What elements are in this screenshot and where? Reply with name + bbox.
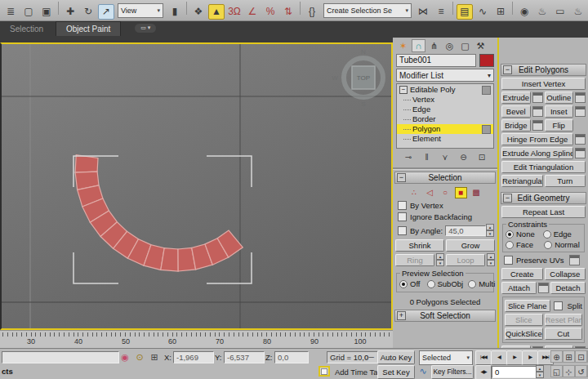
stack-row-border[interactable]: Border (397, 114, 493, 124)
key-mode-toggle-button[interactable]: ◀▶ (475, 365, 492, 379)
edit-polygons-rollout-header[interactable]: − Edit Polygons (501, 64, 586, 76)
select-and-rotate-icon[interactable]: ↻ (80, 4, 96, 20)
pan-button[interactable]: ⊹ (563, 365, 575, 377)
spinner-snap-icon[interactable]: ⇅ (280, 4, 296, 20)
loop-button[interactable]: Loop (446, 254, 485, 266)
tab-selection[interactable]: Selection (0, 22, 53, 36)
render-setup-icon[interactable]: ♨ (534, 4, 550, 20)
inset-button[interactable]: Inset (545, 105, 574, 118)
select-and-manipulate-icon[interactable]: ❖ (190, 4, 207, 20)
ring-button[interactable]: Ring (395, 254, 434, 266)
show-end-result-icon[interactable]: ‖ (421, 152, 434, 163)
mirror-icon[interactable]: ⋈ (415, 4, 431, 20)
selection-lock-icon[interactable]: ⊙ (133, 351, 146, 363)
align-icon[interactable]: ≡ (433, 4, 449, 20)
auto-key-button[interactable]: Auto Key (377, 350, 415, 364)
attach-button[interactable]: Attach (501, 282, 537, 294)
preview-multi-radio[interactable] (468, 280, 476, 288)
split-checkbox[interactable] (554, 301, 563, 310)
next-frame-button[interactable]: |▶ (522, 350, 538, 365)
communication-pin-icon[interactable]: ◉ (118, 351, 131, 363)
collapse-button[interactable]: Collapse (545, 268, 586, 280)
key-filters-button[interactable]: Key Filters... (431, 365, 474, 379)
preserve-uvs-checkbox[interactable] (504, 256, 513, 265)
ribbon-config-dropdown[interactable]: ▭ ▾ (135, 24, 156, 33)
preview-subobj-radio[interactable] (427, 280, 435, 288)
rectangular-selection-region-icon[interactable]: ▢ (20, 4, 37, 20)
cut-button[interactable]: Cut (545, 328, 583, 340)
constraint-none-radio[interactable] (506, 230, 514, 239)
layer-manager-icon[interactable]: ▤ (457, 4, 473, 20)
outline-settings-button[interactable] (575, 92, 586, 103)
snaps-toggle-icon[interactable]: 3Ω (226, 4, 243, 20)
zoom-all-button[interactable]: ⊞ (563, 350, 575, 363)
tab-display[interactable]: ▢ (458, 39, 472, 52)
hinge-from-edge-button[interactable]: Hinge From Edge (501, 133, 573, 145)
tab-hierarchy[interactable]: ⋔ (427, 39, 441, 52)
tab-modify[interactable]: ∩ (412, 39, 425, 52)
make-unique-icon[interactable]: ⋎ (439, 152, 452, 163)
zoom-extents-button[interactable]: ⊡ (575, 350, 587, 363)
rendered-frame-window-icon[interactable]: ▭ (552, 4, 568, 20)
previous-frame-button[interactable]: ◀| (491, 350, 507, 365)
reference-coordinate-dropdown[interactable]: View ▾ (118, 3, 163, 18)
select-and-scale-icon[interactable]: ↗ (98, 4, 114, 20)
tab-utilities[interactable]: ⚒ (474, 39, 488, 52)
soft-selection-rollout-header[interactable]: + Soft Selection (394, 310, 496, 322)
repeat-last-button[interactable]: Repeat Last (501, 206, 586, 218)
viewport-canvas[interactable]: TOPNESW (2, 44, 391, 328)
by-vertex-checkbox[interactable] (398, 201, 407, 210)
grow-button[interactable]: Grow (446, 239, 495, 252)
edit-geometry-rollout-header[interactable]: − Edit Geometry (501, 192, 586, 204)
extrude-settings-button[interactable] (532, 92, 543, 103)
reset-plane-button[interactable]: Reset Plane (545, 314, 583, 326)
stack-row-polygon[interactable]: Polygon (397, 124, 493, 134)
quickslice-button[interactable]: QuickSlice (505, 328, 543, 340)
insert-vertex-button[interactable]: Insert Vertex (501, 78, 586, 90)
ignore-backfacing-checkbox[interactable] (398, 212, 407, 221)
curve-editor-icon[interactable]: ∿ (474, 4, 491, 20)
by-angle-field[interactable]: 45,0 (445, 225, 486, 236)
turn-button[interactable]: Turn (545, 175, 586, 187)
use-pivot-point-icon[interactable]: ▮ (167, 4, 183, 20)
zoom-region-button[interactable]: ◱ (550, 365, 563, 377)
default-tangents-icon[interactable]: ∿ (416, 365, 430, 377)
hinge-settings-button[interactable] (575, 134, 586, 145)
viewport-top[interactable]: TOPNESW (0, 42, 393, 330)
edit-triangulation-button[interactable]: Edit Triangulation (501, 161, 586, 173)
schematic-view-icon[interactable]: ⊞ (492, 4, 509, 20)
outline-button[interactable]: Outline (545, 91, 574, 104)
current-frame-field[interactable]: 0 (492, 366, 539, 378)
tab-object-paint[interactable]: Object Paint (56, 21, 121, 36)
x-coordinate-field[interactable]: -1,969 (173, 351, 214, 363)
tab-motion[interactable]: ◎ (443, 39, 457, 52)
key-filter-set-dropdown[interactable]: Selected ▾ (419, 350, 473, 365)
frame-spinner[interactable]: ▴▾ (536, 365, 544, 378)
selection-rollout-header[interactable]: − Selection (394, 172, 496, 184)
ring-spinner[interactable]: ▴▾ (436, 253, 444, 266)
material-editor-icon[interactable]: ◉ (516, 4, 532, 20)
detach-button[interactable]: Detach (550, 282, 586, 294)
add-time-tag-label[interactable]: Add Time Tag (335, 368, 382, 377)
collapse-icon[interactable]: − (399, 86, 408, 94)
flip-button[interactable]: Flip (545, 119, 574, 132)
select-by-name-icon[interactable]: ≣ (2, 4, 19, 20)
extrude-along-spline-settings-button[interactable] (575, 148, 586, 158)
render-production-icon[interactable]: ♨ (570, 4, 586, 20)
named-selection-set-dropdown[interactable]: Create Selection Se ▾ (323, 3, 412, 18)
pin-stack-icon[interactable]: ⊸ (402, 152, 415, 163)
orbit-button[interactable]: ↺ (575, 365, 587, 377)
bevel-settings-button[interactable] (532, 106, 543, 117)
stack-row-vertex[interactable]: Vertex (397, 95, 493, 105)
named-selection-sets-icon[interactable]: {} (304, 4, 320, 20)
tab-create[interactable]: ✶ (396, 39, 410, 52)
object-name-field[interactable]: Tube001 (396, 54, 476, 67)
border-subobject-icon[interactable]: ○ (439, 187, 452, 198)
constraint-face-radio[interactable] (506, 241, 514, 249)
edge-subobject-icon[interactable]: ◁ (424, 187, 436, 198)
play-button[interactable]: ▶ (506, 350, 523, 365)
absolute-offset-toggle-icon[interactable]: ⊞ (148, 351, 161, 363)
retriangulate-button[interactable]: Retriangulate (501, 175, 543, 187)
maxscript-mini-listener[interactable] (2, 351, 119, 363)
slice-button[interactable]: Slice (505, 314, 543, 326)
